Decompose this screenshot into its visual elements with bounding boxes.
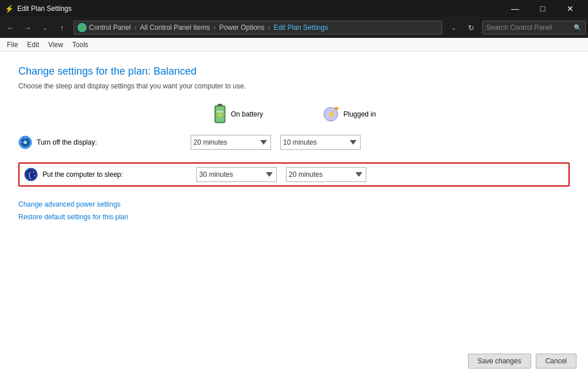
main-content: Change settings for the plan: Balanced C… [0,52,588,380]
advanced-power-settings-link[interactable]: Change advanced power settings [18,200,570,208]
sleep-setting-label: Put the computer to sleep: [24,168,196,181]
menu-tools[interactable]: Tools [68,40,93,50]
location-icon [78,23,87,32]
sleep-setting-row: Put the computer to sleep: 1 minute 2 mi… [18,162,570,187]
nav-bar: ← → ⌄ ↑ Control Panel › All Control Pane… [0,17,588,38]
links-section: Change advanced power settings Restore d… [18,200,570,221]
display-setting-row: Turn off the display: 1 minute 2 minutes… [18,131,570,153]
address-dropdown-button[interactable]: ⌄ [446,20,462,36]
page-title: Change settings for the plan: Balanced [18,65,570,77]
window-body: Change settings for the plan: Balanced C… [0,52,588,380]
svg-point-0 [80,25,84,30]
close-button[interactable]: ✕ [557,0,583,17]
sleep-icon [24,168,38,181]
svg-text:⚡: ⚡ [217,111,224,118]
search-placeholder: Search Control Panel [486,24,552,32]
nav-extra-controls: ⌄ ↻ [446,20,479,36]
display-dropdowns: 1 minute 2 minutes 5 minutes 10 minutes … [191,135,361,150]
display-icon [18,135,32,149]
save-changes-button[interactable]: Save changes [468,354,531,369]
svg-point-16 [34,175,35,176]
search-icon: 🔍 [574,24,582,32]
footer-buttons: Save changes Cancel [468,354,577,369]
svg-text:⚡: ⚡ [326,110,336,119]
battery-icon: ⚡ [214,104,226,125]
cancel-button[interactable]: Cancel [536,354,577,369]
back-button[interactable]: ← [2,20,18,36]
menu-file[interactable]: File [2,40,22,50]
svg-point-15 [33,172,34,173]
title-bar-controls: — □ ✕ [502,0,583,17]
forward-button[interactable]: → [20,20,36,36]
sleep-dropdowns: 1 minute 2 minutes 5 minutes 10 minutes … [196,167,366,182]
display-battery-select[interactable]: 1 minute 2 minutes 5 minutes 10 minutes … [191,135,271,150]
svg-point-17 [28,173,29,174]
search-bar[interactable]: Search Control Panel 🔍 [482,21,586,34]
plugged-column-header: ⚡ Plugged in [323,106,397,122]
title-bar-left: ⚡ Edit Plan Settings [5,5,72,13]
page-subtitle: Choose the sleep and display settings th… [18,82,570,90]
nav-dropdown-button[interactable]: ⌄ [37,20,53,36]
breadcrumb-control-panel: Control Panel [89,24,131,32]
menu-edit[interactable]: Edit [22,40,44,50]
sleep-plugged-select[interactable]: 1 minute 2 minutes 5 minutes 10 minutes … [286,167,366,182]
battery-column-header: ⚡ On battery [214,104,288,125]
title-bar: ⚡ Edit Plan Settings — □ ✕ [0,0,588,17]
window-title: Edit Plan Settings [17,5,72,13]
up-button[interactable]: ↑ [54,20,70,36]
breadcrumb-power-options: Power Options [219,24,265,32]
svg-line-8 [334,107,338,108]
battery-column-label: On battery [231,110,263,118]
breadcrumb-all-items: All Control Panel Items [140,24,210,32]
minimize-button[interactable]: — [502,0,528,17]
display-label-text: Turn off the display: [37,138,97,146]
breadcrumb-current: Edit Plan Settings [273,24,328,32]
app-icon: ⚡ [5,5,14,13]
refresh-button[interactable]: ↻ [463,20,479,36]
menu-bar: File Edit View Tools [0,38,588,52]
sleep-battery-select[interactable]: 1 minute 2 minutes 5 minutes 10 minutes … [196,167,277,182]
plugged-column-label: Plugged in [343,110,376,118]
address-bar[interactable]: Control Panel › All Control Panel Items … [74,21,442,34]
restore-defaults-link[interactable]: Restore default settings for this plan [18,213,570,221]
svg-line-9 [335,108,339,110]
display-plugged-select[interactable]: 1 minute 2 minutes 5 minutes 10 minutes … [280,135,361,150]
menu-view[interactable]: View [44,40,68,50]
sleep-label-text: Put the computer to sleep: [42,170,123,179]
display-setting-label: Turn off the display: [18,135,191,149]
plugged-icon: ⚡ [323,106,339,122]
column-headers: ⚡ On battery ⚡ Plugged in [214,104,570,125]
maximize-button[interactable]: □ [529,0,556,17]
